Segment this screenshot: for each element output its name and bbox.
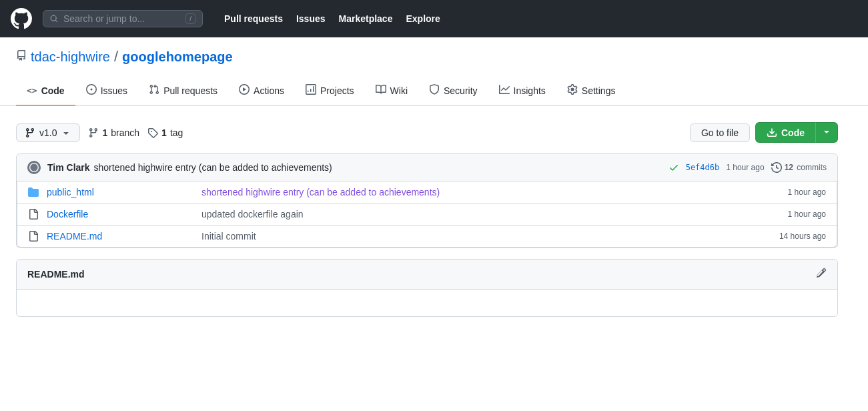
file-icon xyxy=(28,231,39,242)
file-browser: Tim Clark shortened highwire entry (can … xyxy=(16,153,838,248)
readme-section: README.md xyxy=(16,259,838,317)
repo-icon xyxy=(16,50,27,64)
commit-message: shortened highwire entry (can be added t… xyxy=(94,162,332,173)
nav-explore[interactable]: Explore xyxy=(400,9,445,28)
pr-icon xyxy=(149,84,159,97)
file-time: 1 hour ago xyxy=(788,210,826,219)
branches-link[interactable]: 1 branch xyxy=(88,127,139,138)
branches-label: branch xyxy=(111,127,139,138)
breadcrumb-separator: / xyxy=(114,48,118,65)
file-table: public_html shortened highwire entry (ca… xyxy=(17,181,837,248)
nav-issues[interactable]: Issues xyxy=(291,9,331,28)
nav-marketplace[interactable]: Marketplace xyxy=(334,9,398,28)
file-icon xyxy=(28,209,39,220)
kbd-slash: / xyxy=(185,13,195,24)
commit-author: Tim Clark xyxy=(47,162,90,173)
table-row: public_html shortened highwire entry (ca… xyxy=(17,181,837,203)
search-box[interactable]: / xyxy=(43,10,203,27)
issues-icon xyxy=(86,84,97,97)
tab-settings[interactable]: Settings xyxy=(556,76,626,106)
branches-count: 1 xyxy=(102,127,107,138)
branch-name: v1.0 xyxy=(39,127,57,138)
go-to-file-button[interactable]: Go to file xyxy=(690,123,750,142)
projects-icon xyxy=(306,84,316,97)
commit-check xyxy=(669,162,679,173)
tab-code[interactable]: <> Code xyxy=(16,76,75,106)
breadcrumb-owner[interactable]: tdac-highwire xyxy=(31,49,110,65)
commit-time: 1 hour ago xyxy=(726,163,764,172)
folder-icon xyxy=(28,187,39,197)
code-dropdown-button[interactable] xyxy=(815,122,838,143)
branch-bar-left: v1.0 1 branch 1 tag xyxy=(16,123,183,142)
main-content: v1.0 1 branch 1 tag Go to file Code xyxy=(0,106,854,333)
commit-link[interactable]: shortened highwire entry (can be added t… xyxy=(201,187,440,197)
github-logo[interactable] xyxy=(11,8,32,29)
readme-header: README.md xyxy=(17,260,837,290)
tags-label: tag xyxy=(170,127,183,138)
tab-actions[interactable]: Actions xyxy=(228,76,295,106)
wiki-icon xyxy=(376,84,386,97)
file-commit-msg: shortened highwire entry (can be added t… xyxy=(201,187,780,197)
code-icon: <> xyxy=(27,85,37,95)
file-commit-msg: Initial commit xyxy=(201,231,771,242)
settings-icon xyxy=(567,84,578,97)
main-header: / Pull requests Issues Marketplace Explo… xyxy=(0,0,868,37)
table-row: README.md Initial commit 14 hours ago xyxy=(17,226,837,247)
repo-tabs: <> Code Issues Pull requests Actions Pro… xyxy=(0,76,868,106)
branch-bar-right: Go to file Code xyxy=(690,122,838,143)
actions-icon xyxy=(239,84,250,97)
security-icon xyxy=(429,84,440,97)
file-name[interactable]: Dockerfile xyxy=(47,209,193,220)
readme-title: README.md xyxy=(27,269,85,280)
commits-link[interactable]: 12 commits xyxy=(785,163,827,172)
branch-bar: v1.0 1 branch 1 tag Go to file Code xyxy=(16,122,838,143)
readme-body xyxy=(17,290,837,316)
readme-edit-button[interactable] xyxy=(816,268,827,281)
tab-insights[interactable]: Insights xyxy=(488,76,556,106)
header-nav: Pull requests Issues Marketplace Explore xyxy=(219,9,446,28)
file-time: 1 hour ago xyxy=(788,187,826,197)
breadcrumb: tdac-highwire / googlehomepage xyxy=(0,37,868,65)
file-name[interactable]: README.md xyxy=(47,231,193,242)
commit-info: Tim Clark shortened highwire entry (can … xyxy=(47,162,662,173)
tags-count: 1 xyxy=(161,127,167,138)
code-button-group: Code xyxy=(755,122,838,143)
commit-sha[interactable]: 5ef4d6b xyxy=(686,163,720,172)
tab-pull-requests[interactable]: Pull requests xyxy=(138,76,228,106)
tab-wiki[interactable]: Wiki xyxy=(365,76,418,106)
table-row: Dockerfile updated dockerfile again 1 ho… xyxy=(17,203,837,226)
file-commit-msg: updated dockerfile again xyxy=(201,209,780,220)
commit-meta: 5ef4d6b 1 hour ago 12 commits xyxy=(669,162,827,173)
search-input[interactable] xyxy=(63,13,180,24)
insights-icon xyxy=(499,84,510,97)
commit-header: Tim Clark shortened highwire entry (can … xyxy=(17,154,837,181)
commit-history: 12 commits xyxy=(771,162,827,173)
tags-link[interactable]: 1 tag xyxy=(147,127,183,138)
commit-avatar xyxy=(27,161,41,174)
file-time: 14 hours ago xyxy=(779,232,826,241)
breadcrumb-repo[interactable]: googlehomepage xyxy=(122,49,233,65)
file-name[interactable]: public_html xyxy=(47,187,193,197)
branch-selector[interactable]: v1.0 xyxy=(16,123,80,142)
commits-count: 12 xyxy=(785,163,793,172)
nav-pull-requests[interactable]: Pull requests xyxy=(219,9,288,28)
commits-label: commits xyxy=(797,163,827,172)
tab-issues[interactable]: Issues xyxy=(75,76,138,106)
code-button[interactable]: Code xyxy=(755,122,815,143)
tab-projects[interactable]: Projects xyxy=(295,76,365,106)
tab-security[interactable]: Security xyxy=(418,76,488,106)
